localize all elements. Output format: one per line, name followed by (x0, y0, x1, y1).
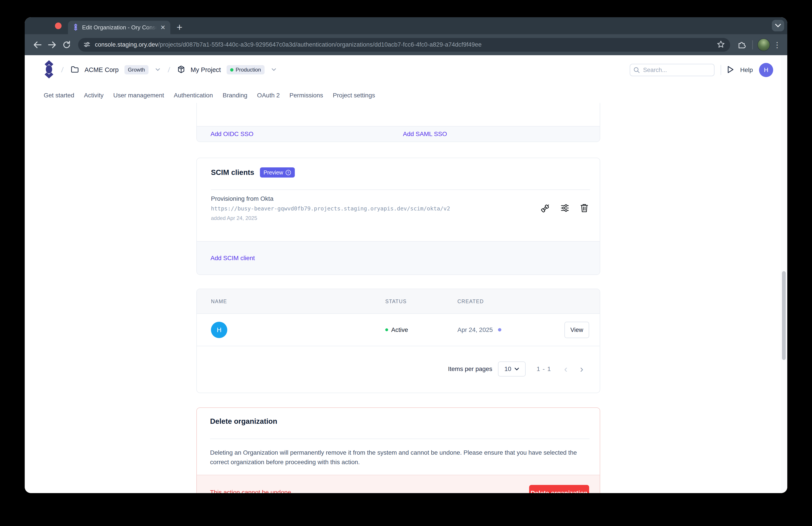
back-button[interactable] (31, 39, 44, 51)
chevron-down-icon (514, 368, 519, 371)
tab-close-icon[interactable]: ✕ (160, 25, 165, 31)
run-tutorial-button[interactable] (727, 66, 734, 74)
app-header: / ACME Corp Growth / (25, 55, 787, 103)
search-input[interactable] (630, 64, 714, 76)
project-name[interactable]: My Project (191, 66, 221, 73)
scim-card-header: SCIM clients Preview ? (211, 167, 295, 177)
project-env-badge: Production (227, 65, 264, 74)
scroll-content: Add OIDC SSO Add SAML SSO SCIM clients P… (25, 103, 787, 493)
ory-favicon-icon (73, 24, 78, 32)
scim-client-url: https://busy-beaver-gqwvd0fb79.projects.… (211, 205, 450, 212)
scrollbar-thumb[interactable] (782, 271, 786, 360)
view-button[interactable]: View (564, 322, 589, 338)
nav-get-started[interactable]: Get started (44, 92, 74, 99)
nav-activity[interactable]: Activity (84, 92, 104, 99)
nav-oauth2[interactable]: OAuth 2 (257, 92, 280, 99)
tab-search-button[interactable] (772, 20, 784, 31)
scim-card-title: SCIM clients (211, 168, 254, 177)
project-nav: Get started Activity User management Aut… (44, 88, 375, 103)
delete-card-title: Delete organization (210, 417, 277, 426)
browser-tab[interactable]: Edit Organization - Ory Conso ✕ (68, 21, 170, 34)
workspace-plan-badge: Growth (125, 65, 148, 74)
delete-warning-text: This action cannot be undone. (210, 489, 293, 493)
nav-branding[interactable]: Branding (223, 92, 247, 99)
configure-client-button[interactable] (560, 203, 570, 213)
created-date: Apr 24, 2025 (458, 326, 493, 333)
project-env-label: Production (236, 67, 261, 73)
nav-user-management[interactable]: User management (113, 92, 164, 99)
plug-icon (541, 203, 550, 213)
scim-client-name: Provisioning from Okta (211, 195, 273, 202)
browser-menu-button[interactable]: ⋮ (772, 41, 782, 48)
nav-authentication[interactable]: Authentication (174, 92, 213, 99)
project-dropdown-button[interactable] (271, 68, 276, 72)
chevron-down-icon (271, 68, 276, 72)
delete-client-button[interactable] (579, 203, 589, 213)
previous-page-button[interactable]: ‹ (561, 364, 570, 374)
test-connection-button[interactable] (541, 203, 550, 213)
delete-card-description: Deleting an Organization will permanentl… (210, 448, 594, 467)
preview-badge-label: Preview (263, 169, 283, 176)
workspace-name[interactable]: ACME Corp (85, 66, 119, 73)
delete-organization-button[interactable]: Delete organization (529, 485, 589, 493)
status-cell: Active (385, 314, 408, 346)
add-saml-sso-link[interactable]: Add SAML SSO (403, 130, 447, 138)
url-host: console.staging.ory.dev (95, 41, 158, 48)
scim-clients-card: SCIM clients Preview ? Provisioning from… (197, 158, 600, 275)
svg-text:?: ? (287, 171, 289, 174)
delete-organization-card: Delete organization Deleting an Organiza… (197, 408, 600, 493)
page-range-label: 1 - 1 (537, 366, 551, 372)
ory-logo[interactable] (44, 60, 54, 80)
reload-button[interactable] (60, 39, 73, 51)
scim-card-footer: Add SCIM client (197, 241, 600, 274)
column-header-name: NAME (211, 289, 227, 314)
breadcrumb-separator: / (59, 66, 66, 74)
search-icon (633, 67, 640, 73)
table-row: H Active Apr 24, 2025 View (197, 314, 600, 346)
header-separator (721, 65, 721, 75)
scim-client-added-date: added Apr 24, 2025 (211, 215, 257, 221)
workspace-dropdown-button[interactable] (155, 68, 160, 72)
close-window-button[interactable] (55, 23, 61, 29)
forward-arrow-icon (48, 41, 57, 49)
user-avatar[interactable]: H (759, 63, 773, 77)
table-pagination: Items per pages 10 1 - 1 ‹ › (197, 345, 600, 393)
divider (210, 439, 590, 439)
help-link[interactable]: Help (740, 67, 753, 73)
nav-project-settings[interactable]: Project settings (333, 92, 375, 99)
breadcrumb-separator: / (166, 66, 172, 74)
trash-icon (580, 203, 589, 213)
env-status-dot (230, 68, 233, 72)
column-header-status: STATUS (385, 289, 407, 314)
page-scrollbar[interactable] (781, 55, 787, 493)
bookmark-star-icon[interactable] (717, 40, 725, 49)
chevron-down-icon (775, 24, 781, 28)
nav-permissions[interactable]: Permissions (290, 92, 323, 99)
next-page-button[interactable]: › (577, 364, 586, 374)
add-oidc-sso-link[interactable]: Add OIDC SSO (211, 130, 253, 138)
items-per-page-select[interactable]: 10 (498, 361, 526, 376)
header-tools: Help H (630, 63, 773, 77)
workspace-plan-label: Growth (128, 67, 145, 73)
sliders-icon (560, 203, 570, 213)
extensions-button[interactable] (736, 39, 748, 51)
status-dot (385, 328, 388, 331)
browser-profile-avatar[interactable] (757, 39, 770, 51)
add-scim-client-link[interactable]: Add SCIM client (211, 255, 255, 262)
workspace-folder-icon (71, 66, 79, 74)
ory-console-app: / ACME Corp Growth / (25, 55, 787, 493)
status-label: Active (391, 326, 408, 333)
members-table-card: NAME STATUS CREATED H Active Apr 24, 202… (197, 289, 600, 393)
url-path: /projects/d087b7a1-55f3-440c-a3c9-929564… (158, 41, 481, 48)
items-per-page-label: Items per pages (448, 366, 492, 372)
url-bar[interactable]: console.staging.ory.dev/projects/d087b7a… (78, 38, 730, 52)
column-header-created: CREATED (458, 289, 484, 314)
site-settings-icon[interactable] (83, 41, 90, 49)
divider (211, 189, 590, 190)
tab-strip: Edit Organization - Ory Conso ✕ + (25, 17, 787, 34)
info-icon[interactable]: ? (285, 170, 291, 175)
desktop-background: Edit Organization - Ory Conso ✕ + (0, 0, 812, 526)
new-tab-button[interactable]: + (176, 22, 183, 33)
preview-badge: Preview ? (260, 167, 295, 177)
forward-button[interactable] (46, 39, 58, 51)
